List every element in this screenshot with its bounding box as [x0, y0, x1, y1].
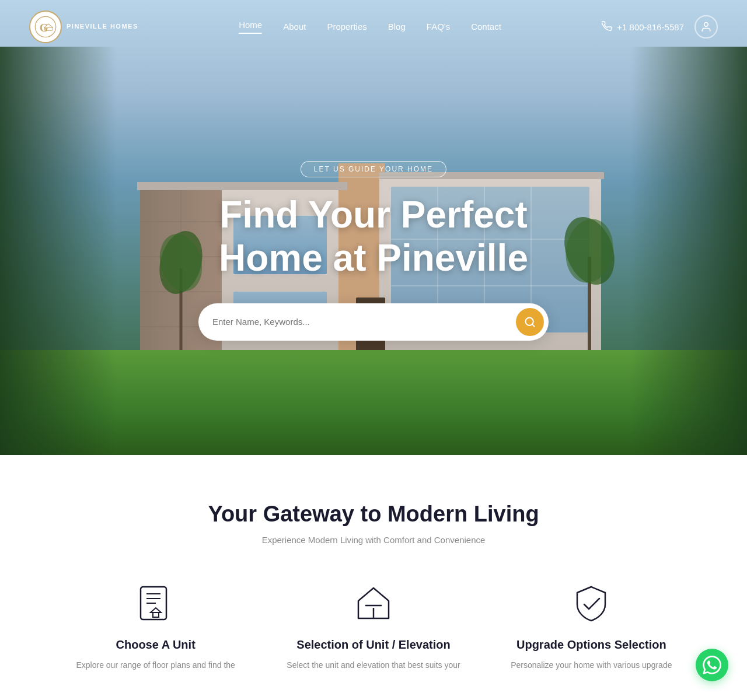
features-title: Your Gateway to Modern Living: [58, 502, 689, 527]
hero-content: LET US GUIDE YOUR HOME Find Your Perfect…: [198, 114, 549, 340]
whatsapp-button[interactable]: [696, 649, 728, 681]
search-input[interactable]: [212, 317, 516, 327]
search-bar: [198, 303, 549, 341]
logo-icon: G: [29, 10, 62, 43]
hero-section: LET US GUIDE YOUR HOME Find Your Perfect…: [0, 0, 747, 455]
hero-title-line1: Find Your Perfect: [219, 194, 528, 236]
svg-rect-39: [153, 612, 159, 617]
user-button[interactable]: [694, 15, 718, 38]
brand-name: PINEVILLE HOMES: [67, 23, 138, 30]
features-grid: Choose A Unit Explore our range of floor…: [58, 580, 689, 671]
navbar: G PINEVILLE HOMES Home About Properties …: [0, 0, 747, 54]
feature-name-2: Selection of Unit / Elevation: [296, 638, 450, 652]
feature-card-upgrade: Upgrade Options Selection Personalize yo…: [494, 580, 689, 671]
features-section: Your Gateway to Modern Living Experience…: [0, 455, 747, 700]
nav-item-blog[interactable]: Blog: [388, 22, 406, 32]
svg-line-33: [532, 324, 535, 326]
nav-item-about[interactable]: About: [283, 22, 306, 32]
phone-area[interactable]: +1 800-816-5587: [602, 21, 684, 33]
nav-right: +1 800-816-5587: [602, 15, 718, 38]
phone-number: +1 800-816-5587: [617, 22, 684, 32]
hero-title: Find Your Perfect Home at Pineville: [219, 194, 528, 279]
nav-links: Home About Properties Blog FAQ's Contact: [239, 20, 501, 34]
hero-title-line2: Home at Pineville: [219, 237, 528, 279]
hero-trees-left: [0, 47, 117, 455]
feature-card-choose-unit: Choose A Unit Explore our range of floor…: [58, 580, 253, 671]
search-button[interactable]: [516, 308, 544, 336]
feature-name-1: Choose A Unit: [116, 638, 196, 652]
features-subtitle: Experience Modern Living with Comfort an…: [58, 535, 689, 545]
svg-point-4: [704, 23, 708, 27]
feature-desc-3: Personalize your home with various upgra…: [511, 659, 672, 671]
home-shield-icon: [350, 580, 397, 626]
nav-item-home[interactable]: Home: [239, 20, 262, 34]
feature-card-elevation: Selection of Unit / Elevation Select the…: [276, 580, 470, 671]
svg-marker-38: [151, 608, 161, 612]
nav-item-faqs[interactable]: FAQ's: [427, 22, 450, 32]
feature-desc-1: Explore our range of floor plans and fin…: [76, 659, 235, 671]
feature-name-3: Upgrade Options Selection: [516, 638, 666, 652]
phone-icon: [602, 21, 612, 33]
hero-badge: LET US GUIDE YOUR HOME: [301, 161, 446, 177]
document-home-icon: [132, 580, 179, 626]
nav-item-contact[interactable]: Contact: [471, 22, 501, 32]
feature-desc-2: Select the unit and elevation that best …: [287, 659, 460, 671]
logo-area[interactable]: G PINEVILLE HOMES: [29, 10, 138, 43]
nav-item-properties[interactable]: Properties: [327, 22, 366, 32]
shield-check-icon: [568, 580, 615, 626]
hero-trees-right: [630, 47, 747, 455]
